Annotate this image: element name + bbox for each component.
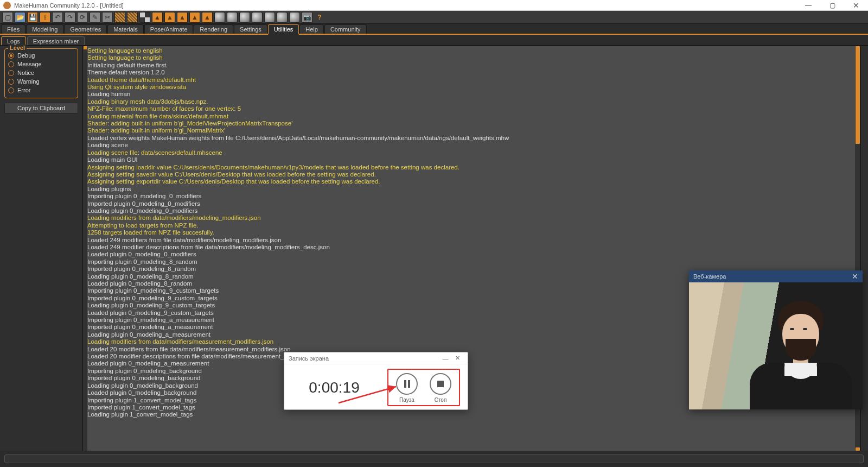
level-group: Level DebugMessageNoticeWarningError [4, 48, 78, 98]
screen-recording-popup: Запись экрана — ✕ 0:00:19 Пауза Стоп [284, 352, 468, 410]
tb-axis-d-icon[interactable]: ▲ [189, 12, 200, 23]
level-option-label: Debug [17, 52, 35, 59]
tb-sphere4-icon[interactable] [252, 12, 263, 23]
log-line: Loading plugin 1_convert_model_tags [87, 411, 853, 418]
left-panel: Level DebugMessageNoticeWarningError Cop… [0, 46, 83, 451]
status-box [4, 455, 864, 463]
toolbar: ▢ 📂 💾 ⇪ ↶ ↷ ⟳ ✎ ✂ ▲ ▲ ▲ ▲ ▲ 📷 ? [0, 11, 868, 24]
tb-sphere2-icon[interactable] [227, 12, 238, 23]
log-line: Theme default version 1.2.0 [87, 69, 853, 76]
minimize-button[interactable]: — [796, 0, 820, 10]
level-option-label: Message [17, 61, 42, 67]
tb-sphere5-icon[interactable] [264, 12, 275, 23]
sub-tab-expression-mixer[interactable]: Expression mixer [27, 36, 85, 45]
tb-sphere1-icon[interactable] [214, 12, 225, 23]
main-tab-help[interactable]: Help [299, 24, 324, 34]
level-option-error[interactable]: Error [8, 86, 74, 94]
main-tab-utilities[interactable]: Utilities [268, 24, 299, 35]
log-line: Loaded plugin 0_modeling_0_modifiers [87, 251, 853, 258]
main-tab-settings[interactable]: Settings [234, 24, 267, 34]
webcam-preview [689, 282, 863, 409]
log-line: Loading plugin 0_modeling_0_modifiers [87, 207, 853, 214]
tb-checker-icon[interactable] [139, 12, 150, 23]
main-tab-materials[interactable]: Materials [107, 24, 144, 34]
tb-grid-icon[interactable] [127, 12, 138, 23]
os-titlebar: MakeHuman Community 1.2.0 - [Untitled] —… [0, 0, 868, 11]
webcam-title-text: Веб-камера [693, 273, 726, 280]
tb-sep1-icon[interactable]: ⟳ [77, 12, 88, 23]
log-line: Attempting to load targets from NPZ file… [87, 222, 853, 229]
stop-icon [430, 373, 451, 395]
tb-axis-e-icon[interactable]: ▲ [202, 12, 213, 23]
log-line: Loading scene file: data/scenes/default.… [87, 149, 853, 156]
log-line: Setting language to english [87, 54, 853, 61]
log-line: Imported plugin 0_modeling_0_modifiers [87, 200, 853, 207]
log-line: Loading binary mesh data/3dobjs/base.npz… [87, 98, 853, 105]
main-tab-pose-animate[interactable]: Pose/Animate [144, 24, 193, 34]
log-line: NPZ-File: maxmimum number of faces for o… [87, 105, 853, 112]
level-option-warning[interactable]: Warning [8, 77, 74, 86]
level-option-debug[interactable]: Debug [8, 51, 74, 60]
tb-new-icon[interactable]: ▢ [2, 12, 13, 23]
tb-export-icon[interactable]: ⇪ [40, 12, 50, 23]
close-button[interactable]: ✕ [844, 0, 868, 10]
tb-reset-icon[interactable]: ✎ [90, 12, 100, 23]
radio-icon [8, 53, 14, 59]
log-line: Assigning setting exportdir value C:/Use… [87, 178, 853, 185]
level-option-label: Warning [17, 78, 40, 85]
level-option-label: Error [17, 87, 30, 93]
log-line: Loaded 249 modifier descriptions from fi… [87, 244, 853, 251]
tb-axis-b-icon[interactable]: ▲ [164, 12, 175, 23]
log-line: Loading main GUI [87, 156, 853, 163]
main-tab-rendering[interactable]: Rendering [194, 24, 233, 34]
log-line: Loading human [87, 91, 853, 98]
tb-open-icon[interactable]: 📂 [15, 12, 25, 23]
main-tab-modelling[interactable]: Modelling [26, 24, 63, 34]
main-tabs: FilesModellingGeometriesMaterialsPose/An… [0, 24, 868, 35]
tb-sym-icon[interactable]: ✂ [102, 12, 113, 23]
level-title: Level [8, 45, 27, 51]
log-line: Importing plugin 0_modeling_0_modifiers [87, 193, 853, 200]
log-line: Loading scene [87, 142, 853, 149]
tb-sphere3-icon[interactable] [239, 12, 250, 23]
rec-titlebar[interactable]: Запись экрана — ✕ [284, 352, 468, 364]
radio-icon [8, 87, 14, 93]
log-line: Shader: adding built-in uniform b'gl_Mod… [87, 120, 853, 127]
pause-label: Пауза [399, 397, 414, 403]
tb-sphere7-icon[interactable] [289, 12, 300, 23]
tb-save-icon[interactable]: 💾 [27, 12, 38, 23]
stop-button[interactable]: Стоп [430, 373, 451, 403]
tb-sphere6-icon[interactable] [277, 12, 288, 23]
copy-to-clipboard-button[interactable]: Copy to Clipboard [4, 103, 78, 113]
tb-help-icon[interactable]: ? [314, 12, 325, 23]
tb-smooth-icon[interactable] [114, 12, 125, 23]
sub-tab-logs[interactable]: Logs [1, 36, 26, 45]
main-tab-files[interactable]: Files [1, 24, 25, 34]
tb-axis-c-icon[interactable]: ▲ [177, 12, 188, 23]
tb-redo-icon[interactable]: ↷ [65, 12, 75, 23]
log-line: Loading modifiers from data/modifiers/mo… [87, 214, 853, 222]
webcam-titlebar[interactable]: Веб-камера ✕ [689, 270, 863, 282]
tb-axis-a-icon[interactable]: ▲ [152, 12, 163, 23]
log-line: Setting language to english [87, 47, 853, 54]
radio-icon [8, 79, 14, 85]
webcam-close-button[interactable]: ✕ [852, 272, 858, 281]
log-line: Initializing default theme first. [87, 62, 853, 69]
main-tab-community[interactable]: Community [324, 24, 367, 34]
rec-minimize-button[interactable]: — [439, 355, 451, 362]
log-line: 1258 targets loaded from NPZ file succes… [87, 229, 853, 236]
log-line: Assigning setting savedir value C:/Users… [87, 171, 853, 178]
maximize-button[interactable]: ▢ [820, 0, 844, 10]
scrollbar-thumb[interactable] [856, 46, 860, 144]
pause-button[interactable]: Пауза [396, 373, 418, 403]
webcam-window[interactable]: Веб-камера ✕ [689, 270, 863, 409]
level-option-message[interactable]: Message [8, 60, 74, 68]
tb-camera-icon[interactable]: 📷 [302, 12, 312, 23]
main-tab-geometries[interactable]: Geometries [64, 24, 107, 34]
log-line: Loaded vertex weights MakeHuman weights … [87, 135, 853, 142]
pause-icon [396, 373, 418, 395]
tb-undo-icon[interactable]: ↶ [52, 12, 63, 23]
level-option-notice[interactable]: Notice [8, 68, 74, 77]
rec-close-button[interactable]: ✕ [451, 355, 463, 362]
log-line: Using Qt system style windowsvista [87, 84, 853, 91]
